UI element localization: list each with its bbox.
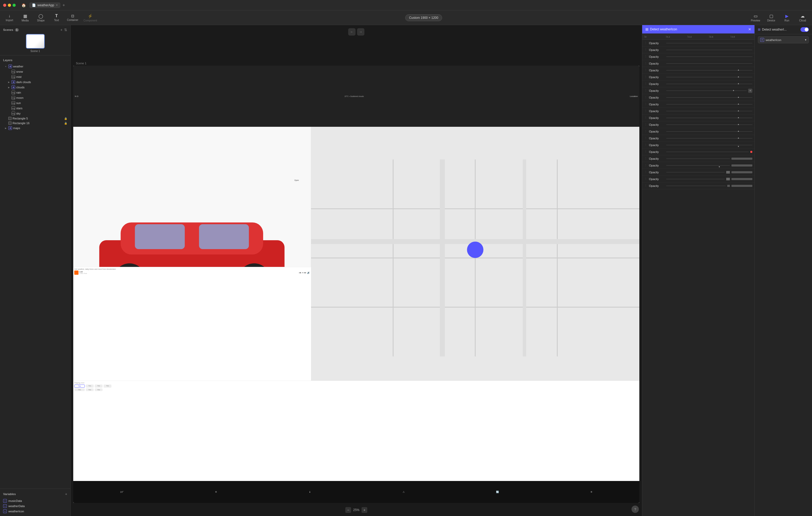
zoom-in-button[interactable]: + (361, 507, 367, 513)
tool-container[interactable]: ⊡ Container (67, 14, 78, 22)
maximize-button[interactable] (12, 4, 16, 7)
layer-rect16[interactable]: Rectangle 16 🔒 (1, 121, 69, 125)
opacity-track[interactable]: ▲ (666, 97, 752, 98)
opacity-track[interactable]: ▲ (666, 84, 752, 84)
tool-text[interactable]: T Text (51, 13, 62, 22)
tool-import[interactable]: ↓ Import (4, 13, 14, 22)
opacity-track[interactable]: ▲ (666, 111, 752, 111)
expand-maps-icon[interactable]: ▶ (4, 126, 7, 130)
expand-clouds-icon[interactable]: ▶ (7, 86, 10, 89)
layer-dark-clouds[interactable]: ▶ ⊞ dark clouds (1, 80, 69, 85)
tool-shape[interactable]: ◯ Shape (36, 13, 46, 22)
opacity-track[interactable] (666, 158, 730, 159)
opacity-track[interactable] (666, 186, 726, 186)
var-weatherIcon[interactable]: X weatherIcon (0, 509, 70, 514)
layer-weather[interactable]: ▾ ⊞ weather (1, 64, 69, 69)
layer-rain[interactable]: img rain (1, 90, 69, 95)
drag-handle[interactable]: ⋮⋮ (644, 150, 647, 153)
expand-dark-clouds-icon[interactable]: ▶ (7, 81, 10, 84)
close-button[interactable] (3, 4, 6, 7)
tool-preview[interactable]: ▭ Preview (750, 13, 761, 22)
opacity-track[interactable] (666, 57, 752, 57)
tool-device[interactable]: ▢ Device (766, 13, 776, 22)
tool-run[interactable]: ▶ Run (782, 13, 792, 22)
opacity-track[interactable]: ▼ (666, 145, 752, 145)
opacity-track[interactable]: ▲ (666, 77, 752, 78)
scene-1-item[interactable]: Scene 1 (3, 34, 67, 53)
drag-handle[interactable]: ⋮⋮ (644, 55, 647, 58)
canvas-area[interactable]: ← → Scene 1 N D 15°C • Scattered clouds … (70, 25, 642, 516)
canvas-size-selector[interactable]: Custom 1900 × 1200 (405, 14, 442, 21)
weatherIcon-dropdown[interactable]: X weatherIcon ▾ (758, 36, 809, 43)
drag-handle[interactable]: ⋮⋮ (644, 136, 647, 140)
drag-handle[interactable]: ⋮⋮ (644, 68, 647, 72)
drag-handle[interactable]: ⋮⋮ (644, 171, 647, 174)
scenes-add-button[interactable]: + (60, 28, 62, 32)
canvas-back-button[interactable]: ← (348, 28, 355, 35)
drag-handle[interactable]: ⋮⋮ (644, 109, 647, 113)
var-musicData[interactable]: X musicData (0, 498, 70, 504)
opacity-track[interactable] (666, 179, 725, 179)
detect-close-button[interactable]: ✕ (748, 27, 751, 31)
drag-handle[interactable]: ⋮⋮ (644, 130, 647, 133)
layer-rect5[interactable]: Rectangle 5 🔒 (1, 116, 69, 121)
opacity-track[interactable] (666, 152, 749, 152)
add-keyframe-button[interactable]: + (748, 89, 752, 93)
tool-cloud[interactable]: ☁ Cloud (798, 13, 808, 22)
layer-sky[interactable]: img sky (1, 111, 69, 116)
canvas-forward-button[interactable]: → (357, 28, 365, 35)
opacity-track[interactable]: ▲ (666, 90, 747, 91)
drag-handle[interactable]: ⋮⋮ (644, 157, 647, 160)
help-button[interactable]: ? (632, 506, 639, 513)
layer-mist[interactable]: img mist (1, 74, 69, 80)
drag-handle[interactable]: ⋮⋮ (644, 82, 647, 86)
var-weatherIcon-label: weatherIcon (8, 510, 24, 513)
opacity-track[interactable] (666, 50, 752, 50)
var-weatherData[interactable]: X weatherData (0, 504, 70, 509)
zoom-out-button[interactable]: − (345, 507, 351, 513)
home-button[interactable]: 🏠 (20, 2, 27, 9)
tool-component[interactable]: ⚡ Component (83, 13, 97, 22)
opacity-track[interactable]: ▲ (666, 131, 752, 132)
tool-media-label: Media (22, 19, 29, 22)
layer-maps[interactable]: ▶ ⊞ maps (1, 125, 69, 131)
drag-handle[interactable]: ⋮⋮ (644, 96, 647, 99)
layer-expand-icon[interactable]: ▾ (4, 65, 7, 68)
drag-handle[interactable]: ⋮⋮ (644, 41, 647, 45)
layer-moon[interactable]: img moon (1, 95, 69, 100)
layer-clouds[interactable]: ▶ ⊞ clouds (1, 85, 69, 90)
opacity-label: Opacity (649, 82, 665, 86)
toggle-switch[interactable] (801, 27, 809, 32)
layer-sun[interactable]: img sun (1, 100, 69, 105)
opacity-track[interactable]: ▲ (666, 118, 752, 118)
svg-point-19 (467, 242, 484, 258)
drag-handle[interactable]: ⋮⋮ (644, 116, 647, 119)
tab-close-icon[interactable]: ✕ (56, 4, 58, 6)
tool-media[interactable]: ▦ Media (20, 13, 30, 22)
drag-handle[interactable]: ⋮⋮ (644, 102, 647, 106)
layer-stars[interactable]: img stars (1, 105, 69, 111)
opacity-track[interactable] (666, 63, 752, 64)
drag-handle[interactable]: ⋮⋮ (644, 184, 647, 187)
opacity-track[interactable]: ▼ (666, 165, 730, 166)
opacity-track[interactable]: ▲ (666, 70, 752, 70)
opacity-track[interactable] (666, 172, 725, 173)
drag-handle[interactable]: ⋮⋮ (644, 164, 647, 167)
opacity-track[interactable]: ▲ (666, 124, 752, 125)
drag-handle[interactable]: ⋮⋮ (644, 75, 647, 79)
minimize-button[interactable] (8, 4, 11, 7)
tab-add-button[interactable]: + (61, 3, 66, 7)
drag-handle[interactable]: ⋮⋮ (644, 177, 647, 181)
drag-handle[interactable]: ⋮⋮ (644, 62, 647, 65)
drag-handle[interactable]: ⋮⋮ (644, 89, 647, 92)
variables-add-button[interactable]: + (65, 492, 67, 496)
drag-handle[interactable]: ⋮⋮ (644, 48, 647, 52)
opacity-track[interactable]: ▲ (666, 138, 752, 139)
drag-handle[interactable]: ⋮⋮ (644, 143, 647, 147)
opacity-track[interactable] (666, 43, 752, 43)
scenes-sort-icon[interactable]: ⇅ (64, 28, 67, 32)
tab-weatherApp[interactable]: 📄 weatherApp ✕ (29, 2, 60, 8)
layer-snow[interactable]: img snow (1, 69, 69, 74)
opacity-track[interactable]: ▲ (666, 104, 752, 104)
drag-handle[interactable]: ⋮⋮ (644, 123, 647, 126)
